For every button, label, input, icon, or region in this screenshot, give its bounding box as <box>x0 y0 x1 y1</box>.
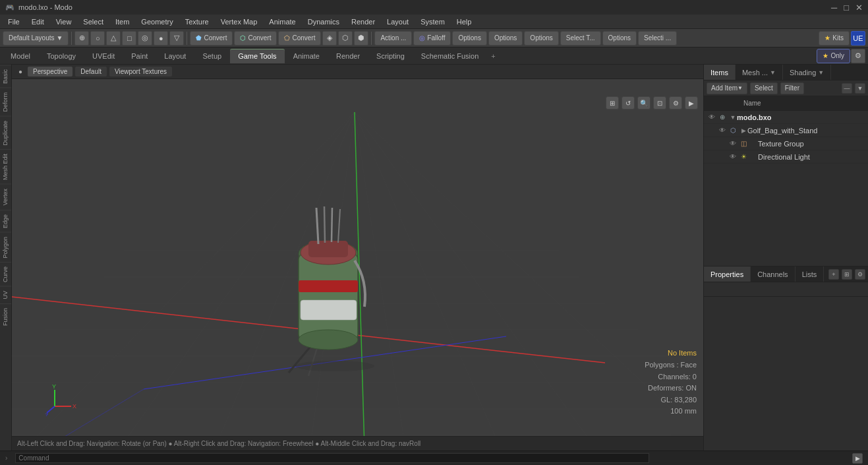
vp-tab-default[interactable]: Default <box>75 67 107 77</box>
list-item-texture-group[interactable]: 👁 ◫ Texture Group <box>704 137 868 150</box>
add-item-button[interactable]: Add Item <box>707 82 747 94</box>
menu-layout[interactable]: Layout <box>382 16 414 27</box>
icon-triangle[interactable]: △ <box>106 31 121 46</box>
tab-add-button[interactable]: + <box>487 52 499 60</box>
expand-1[interactable]: ▶ <box>739 127 747 134</box>
icon-circle[interactable]: ○ <box>90 31 105 46</box>
sidebar-item-fusion[interactable]: Fusion <box>0 303 11 330</box>
prop-expand-icon[interactable]: ⊞ <box>842 269 852 280</box>
sidebar-item-edge[interactable]: Edge <box>0 210 11 232</box>
tab-uvedit[interactable]: UVEdit <box>84 49 123 63</box>
menu-geometry[interactable]: Geometry <box>136 16 178 27</box>
tab-scripting[interactable]: Scripting <box>368 49 413 63</box>
tab-gametools[interactable]: Game Tools <box>230 49 285 63</box>
command-input[interactable] <box>15 453 649 463</box>
menu-dynamics[interactable]: Dynamics <box>303 16 345 27</box>
rp-filter-icon[interactable]: ▼ <box>855 83 865 94</box>
vp-ctrl-eye[interactable]: ⊞ <box>606 96 619 109</box>
prop-tab-lists[interactable]: Lists <box>796 266 825 282</box>
list-item-modo-bxo[interactable]: 👁 ⊕ ▼ modo.bxo <box>704 111 868 124</box>
command-input-area[interactable] <box>15 453 847 463</box>
ue-button[interactable]: UE <box>851 31 865 46</box>
icon-extra[interactable]: ◈ <box>322 31 337 46</box>
tab-model[interactable]: Model <box>3 49 38 63</box>
sidebar-item-basic[interactable]: Basic <box>0 65 11 88</box>
viewport[interactable]: ● Perspective Default Viewport Textures <box>12 65 703 450</box>
convert-btn2[interactable]: ⬡ Convert <box>234 31 277 46</box>
eye-icon-2[interactable]: 👁 <box>728 139 738 149</box>
vp-tab-perspective[interactable]: Perspective <box>28 67 72 77</box>
eye-icon-0[interactable]: 👁 <box>707 112 717 123</box>
icon-shield[interactable]: ⬡ <box>338 31 353 46</box>
icon-shield2[interactable]: ⬢ <box>354 31 368 46</box>
tab-animate[interactable]: Animate <box>285 49 328 63</box>
prop-tab-properties[interactable]: Properties <box>704 266 751 282</box>
tab-layout[interactable]: Layout <box>156 49 194 63</box>
icon-target[interactable]: ◎ <box>138 31 152 46</box>
menu-render[interactable]: Render <box>346 16 380 27</box>
menu-file[interactable]: File <box>3 16 25 27</box>
convert-btn3[interactable]: ⬠ Convert <box>278 31 321 46</box>
titlebar-controls[interactable]: ─ □ ✕ <box>831 3 863 13</box>
close-button[interactable]: ✕ <box>855 3 863 13</box>
menu-item[interactable]: Item <box>110 16 134 27</box>
menu-texture[interactable]: Texture <box>180 16 214 27</box>
maximize-button[interactable]: □ <box>844 3 849 13</box>
kits-button[interactable]: ★ Kits <box>819 31 850 46</box>
icon-dot[interactable]: ● <box>154 31 168 46</box>
sidebar-item-curve[interactable]: Curve <box>0 262 11 286</box>
selecti-button[interactable]: Selecti ... <box>638 31 677 46</box>
options-btn2[interactable]: Options <box>488 31 523 46</box>
filter-button[interactable]: Filter <box>780 82 804 94</box>
sidebar-item-polygon[interactable]: Polygon <box>0 232 11 263</box>
rp-tab-mesh[interactable]: Mesh ... ▼ <box>736 65 783 80</box>
convert-btn1[interactable]: ⬟ Convert <box>190 31 233 46</box>
tab-render[interactable]: Render <box>328 49 368 63</box>
vp-ctrl-zoom[interactable]: 🔍 <box>637 96 651 109</box>
vp-ctrl-fit[interactable]: ⊡ <box>653 96 666 109</box>
expand-0[interactable]: ▼ <box>729 114 737 121</box>
sidebar-item-meshedit[interactable]: Mesh Edit <box>0 149 11 184</box>
prop-tab-channels[interactable]: Channels <box>751 266 795 282</box>
eye-icon-3[interactable]: 👁 <box>728 152 738 162</box>
icon-globe[interactable]: ⊕ <box>74 31 89 46</box>
rp-collapse-icon[interactable]: — <box>842 83 852 94</box>
options-btn1[interactable]: Options <box>452 31 486 46</box>
vp-tab-textures[interactable]: Viewport Textures <box>109 67 172 77</box>
menu-vertexmap[interactable]: Vertex Map <box>216 16 263 27</box>
rp-tab-items[interactable]: Items <box>704 65 736 80</box>
menu-help[interactable]: Help <box>451 16 477 27</box>
items-list[interactable]: 👁 ⊕ ▼ modo.bxo 👁 ⬡ ▶ Golf_Bag_with_Stand… <box>704 111 868 266</box>
menu-animate[interactable]: Animate <box>264 16 301 27</box>
settings-icon[interactable]: ⚙ <box>851 49 865 63</box>
tab-setup[interactable]: Setup <box>194 49 229 63</box>
vp-ctrl-render[interactable]: ▶ <box>685 96 698 109</box>
falloff-button[interactable]: ◎ Falloff <box>413 31 451 46</box>
menu-edit[interactable]: Edit <box>26 16 49 27</box>
icon-square[interactable]: □ <box>122 31 136 46</box>
options-main-button[interactable]: Options <box>602 31 637 46</box>
eye-icon-1[interactable]: 👁 <box>717 125 728 136</box>
minimize-button[interactable]: ─ <box>831 3 837 13</box>
tab-paint[interactable]: Paint <box>123 49 156 63</box>
rp-tab-shading[interactable]: Shading ▼ <box>783 65 831 80</box>
action-button[interactable]: Action ... <box>374 31 412 46</box>
prop-settings-icon[interactable]: ⚙ <box>855 269 865 280</box>
icon-arrow-down[interactable]: ▽ <box>169 31 184 46</box>
sidebar-item-deform[interactable]: Deform <box>0 88 11 116</box>
menu-select[interactable]: Select <box>78 16 109 27</box>
command-run-icon[interactable]: ▶ <box>852 453 863 464</box>
menu-system[interactable]: System <box>415 16 450 27</box>
options-btn3[interactable]: Options <box>524 31 558 46</box>
viewport-canvas[interactable]: X Y Z ⊞ ↺ 🔍 ⊡ ⚙ ▶ No Items Polygons : Fa <box>12 79 703 436</box>
vp-toggle[interactable]: ● <box>16 67 25 76</box>
menu-view[interactable]: View <box>51 16 77 27</box>
tab-topology[interactable]: Topology <box>39 49 84 63</box>
list-item-directional-light[interactable]: 👁 ☀ Directional Light <box>704 150 868 164</box>
only-button[interactable]: ★ Only <box>817 49 850 63</box>
tab-schematic[interactable]: Schematic Fusion <box>413 49 486 63</box>
list-item-golf-bag[interactable]: 👁 ⬡ ▶ Golf_Bag_with_Stand <box>704 124 868 137</box>
sidebar-item-uv[interactable]: UV <box>0 286 11 303</box>
default-layouts-button[interactable]: Default Layouts ▼ <box>3 31 69 46</box>
vp-ctrl-rotate[interactable]: ↺ <box>622 96 635 109</box>
